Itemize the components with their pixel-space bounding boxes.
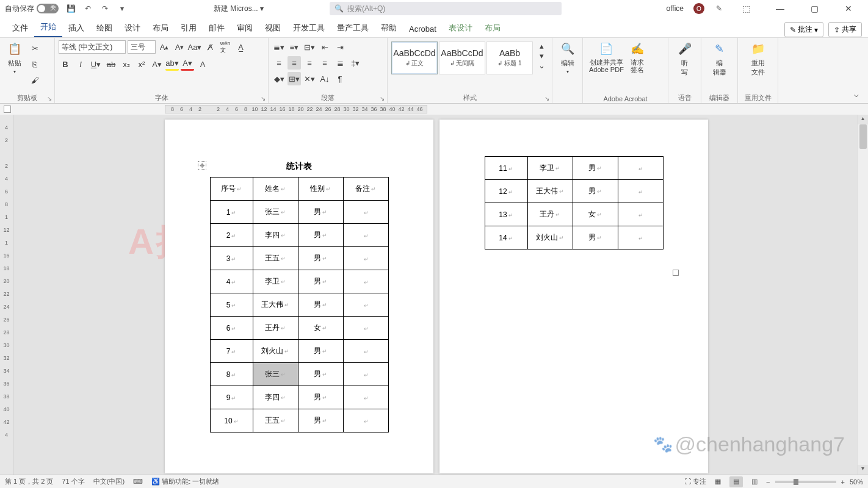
phonetic-guide-icon[interactable]: wén文 xyxy=(219,40,232,54)
tab-布局[interactable]: 布局 xyxy=(479,19,507,37)
maximize-button[interactable]: ▢ xyxy=(802,1,826,16)
tab-selector[interactable] xyxy=(4,106,11,113)
tab-开始[interactable]: 开始 xyxy=(34,18,62,37)
char-border-icon[interactable]: A̲ xyxy=(234,40,247,54)
page-status[interactable]: 第 1 页，共 2 页 xyxy=(5,477,53,486)
style-标题 1[interactable]: AaBb↲ 标题 1 xyxy=(486,41,533,74)
minimize-button[interactable]: — xyxy=(768,1,792,16)
shrink-font-icon[interactable]: A▾ xyxy=(173,40,186,54)
align-left-icon[interactable]: ≡ xyxy=(272,56,286,70)
underline-button[interactable]: U▾ xyxy=(89,57,103,71)
scroll-thumb[interactable] xyxy=(859,124,867,149)
cut-icon[interactable]: ✂ xyxy=(28,41,42,55)
doc-table-2[interactable]: 11李卫男12王大伟男13王丹女14刘火山男 xyxy=(485,156,664,249)
char-shading-icon[interactable]: A xyxy=(196,57,209,71)
create-pdf-button[interactable]: 📄创建并共享 Adobe PDF xyxy=(587,39,626,74)
styles-launcher-icon[interactable]: ↘ xyxy=(544,95,549,102)
close-button[interactable]: ✕ xyxy=(836,1,861,16)
tab-文件[interactable]: 文件 xyxy=(6,19,34,37)
numbering-icon[interactable]: ≡▾ xyxy=(288,40,301,54)
align-right-icon[interactable]: ≡ xyxy=(303,56,316,70)
sort-icon[interactable]: A↓ xyxy=(318,72,331,85)
vertical-scrollbar[interactable]: ▴ ▾ xyxy=(857,115,868,475)
tab-绘图[interactable]: 绘图 xyxy=(90,19,118,37)
tab-邮件[interactable]: 邮件 xyxy=(203,19,231,37)
zoom-in-button[interactable]: + xyxy=(841,478,845,486)
qat-customize-icon[interactable]: ▾ xyxy=(117,4,127,13)
font-launcher-icon[interactable]: ↘ xyxy=(261,95,266,102)
word-count[interactable]: 71 个字 xyxy=(62,477,84,486)
styles-more-icon[interactable]: ⌄ xyxy=(535,61,548,70)
avatar[interactable]: O xyxy=(693,3,704,14)
show-marks-icon[interactable]: ¶ xyxy=(333,72,347,85)
copy-icon[interactable]: ⎘ xyxy=(28,57,42,71)
table-resize-handle[interactable] xyxy=(673,270,679,276)
read-mode-icon[interactable]: ▦ xyxy=(711,476,725,487)
tab-审阅[interactable]: 审阅 xyxy=(231,19,259,37)
decrease-indent-icon[interactable]: ⇤ xyxy=(318,40,331,54)
style-正文[interactable]: AaBbCcDd↲ 正文 xyxy=(391,41,438,74)
dictate-button[interactable]: 🎤听 写 xyxy=(672,39,697,78)
text-predict-icon[interactable]: ⌨ xyxy=(133,478,143,486)
superscript-button[interactable]: x² xyxy=(135,57,148,71)
clear-format-icon[interactable]: A̸ xyxy=(203,40,217,54)
tab-开发工具[interactable]: 开发工具 xyxy=(287,19,331,37)
tab-布局[interactable]: 布局 xyxy=(146,19,175,37)
search-input[interactable]: 🔍 搜索(Alt+Q) xyxy=(330,2,562,15)
tab-插入[interactable]: 插入 xyxy=(62,19,90,37)
align-center-icon[interactable]: ≡ xyxy=(288,56,301,70)
user-name[interactable]: office xyxy=(667,4,684,13)
increase-indent-icon[interactable]: ⇥ xyxy=(333,40,347,54)
print-layout-icon[interactable]: ▤ xyxy=(729,476,743,487)
font-name-combo[interactable]: 等线 (中文正文) xyxy=(59,40,126,54)
vertical-ruler[interactable]: 422468112116182022242628303234363840424 xyxy=(0,115,13,475)
tab-视图[interactable]: 视图 xyxy=(259,19,287,37)
zoom-level[interactable]: 50% xyxy=(850,478,863,486)
grow-font-icon[interactable]: A▴ xyxy=(157,40,171,54)
web-layout-icon[interactable]: ▥ xyxy=(748,476,761,487)
font-color-icon[interactable]: A▾ xyxy=(181,57,194,71)
scroll-down-icon[interactable]: ▾ xyxy=(858,465,868,475)
undo-icon[interactable]: ↶ xyxy=(83,4,93,13)
paragraph-launcher-icon[interactable]: ↘ xyxy=(380,95,385,102)
collapse-ribbon-icon[interactable]: ⌵ xyxy=(850,87,863,101)
editing-button[interactable]: 🔍编辑▾ xyxy=(556,39,579,76)
subscript-button[interactable]: x₂ xyxy=(120,57,133,71)
borders-icon[interactable]: ⊞▾ xyxy=(288,72,301,85)
multilevel-icon[interactable]: ⊟▾ xyxy=(303,40,316,54)
scroll-up-icon[interactable]: ▴ xyxy=(858,115,868,124)
save-icon[interactable]: 💾 xyxy=(66,4,76,13)
bold-button[interactable]: B xyxy=(59,57,72,71)
reuse-file-button[interactable]: 📁重用 文件 xyxy=(742,39,774,78)
redo-icon[interactable]: ↷ xyxy=(100,4,110,13)
comments-button[interactable]: ✎ 批注 ▾ xyxy=(784,22,823,37)
format-painter-icon[interactable]: 🖌 xyxy=(28,73,42,87)
clipboard-launcher-icon[interactable]: ↘ xyxy=(47,95,52,102)
tab-引用[interactable]: 引用 xyxy=(175,19,203,37)
tab-表设计[interactable]: 表设计 xyxy=(443,19,479,37)
styles-scroll-up-icon[interactable]: ▴ xyxy=(535,41,548,50)
paste-button[interactable]: 📋粘贴▾ xyxy=(4,39,26,87)
tab-帮助[interactable]: 帮助 xyxy=(375,19,403,37)
focus-mode[interactable]: ⛶ 专注 xyxy=(684,477,706,486)
autosave-toggle[interactable]: 自动保存 关 xyxy=(5,4,59,14)
justify-icon[interactable]: ≡ xyxy=(318,56,331,70)
asian-layout-icon[interactable]: ✕▾ xyxy=(303,72,316,85)
strike-button[interactable]: ab xyxy=(104,57,118,71)
ribbon-display-icon[interactable]: ⬚ xyxy=(734,1,758,16)
tab-量产工具[interactable]: 量产工具 xyxy=(331,19,375,37)
horizontal-ruler[interactable]: 8642246810121416182022242628303234363840… xyxy=(165,105,427,113)
doc-table-1[interactable]: 序号姓名性别备注1张三男2李四男3王五男4李卫男5王大伟男6王丹女7刘火山男8张… xyxy=(210,177,389,432)
table-move-handle[interactable]: ✥ xyxy=(198,161,206,170)
text-effects-icon[interactable]: A▾ xyxy=(150,57,164,71)
change-case-icon[interactable]: Aa▾ xyxy=(188,40,201,54)
editor-button[interactable]: ✎编 辑器 xyxy=(705,39,734,78)
request-sign-button[interactable]: ✍请求 签名 xyxy=(626,39,648,74)
styles-scroll-down-icon[interactable]: ▾ xyxy=(535,51,548,60)
style-无间隔[interactable]: AaBbCcDd↲ 无间隔 xyxy=(439,41,485,74)
italic-button[interactable]: I xyxy=(74,57,87,71)
a11y-status[interactable]: ♿ 辅助功能: 一切就绪 xyxy=(151,477,219,486)
zoom-out-button[interactable]: − xyxy=(766,478,770,486)
tab-Acrobat[interactable]: Acrobat xyxy=(403,21,443,37)
tab-设计[interactable]: 设计 xyxy=(118,19,146,37)
